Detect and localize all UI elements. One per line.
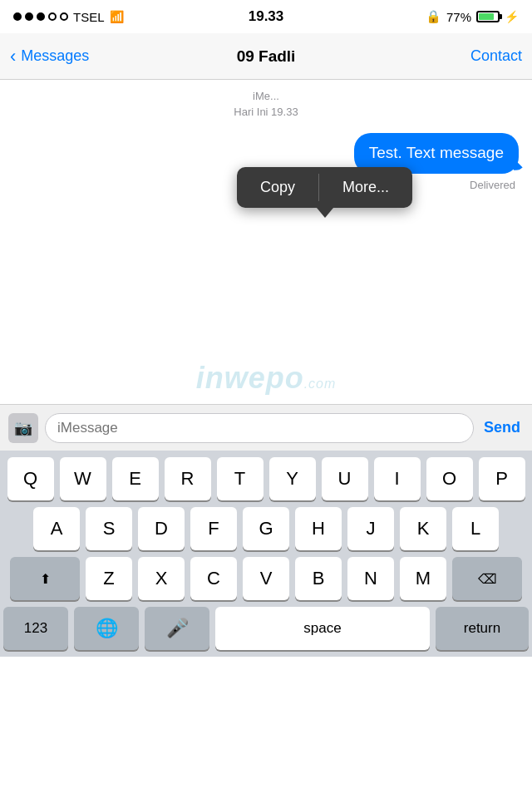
chevron-left-icon: ‹ <box>10 46 16 67</box>
return-key[interactable]: return <box>436 607 529 650</box>
keyboard-row-1: Q W E R T Y U I O P <box>3 457 529 500</box>
watermark-text: inwepo <box>196 361 304 395</box>
key-m[interactable]: M <box>400 557 446 600</box>
space-key[interactable]: space <box>215 607 430 650</box>
key-w[interactable]: W <box>60 457 106 500</box>
battery-box <box>476 11 500 22</box>
status-time: 19.33 <box>249 8 284 25</box>
back-button[interactable]: ‹ Messages <box>10 46 89 67</box>
key-d[interactable]: D <box>138 507 185 550</box>
camera-icon: 📷 <box>14 419 32 437</box>
watermark-sub: .com <box>304 377 337 391</box>
key-y[interactable]: Y <box>269 457 316 500</box>
key-x[interactable]: X <box>138 557 185 600</box>
dot4 <box>48 12 57 21</box>
dot5 <box>60 12 68 21</box>
key-a[interactable]: A <box>33 507 80 550</box>
charging-icon: ⚡ <box>505 10 519 23</box>
watermark: inwepo.com <box>196 361 337 396</box>
key-u[interactable]: U <box>322 457 368 500</box>
status-bar: TSEL 📶 19.33 🔒 77% ⚡ <box>0 0 532 33</box>
signal-dots <box>13 12 68 21</box>
key-r[interactable]: R <box>165 457 211 500</box>
status-right: 🔒 77% ⚡ <box>426 9 519 24</box>
delete-icon: ⌫ <box>478 571 497 587</box>
key-l[interactable]: L <box>452 507 499 550</box>
key-v[interactable]: V <box>243 557 289 600</box>
battery-percent: 77% <box>446 10 471 24</box>
key-o[interactable]: O <box>426 457 473 500</box>
key-z[interactable]: Z <box>86 557 132 600</box>
input-bar: 📷 Send <box>0 404 532 451</box>
key-h[interactable]: H <box>295 507 342 550</box>
keyboard-row-2: A S D F G H J K L <box>3 507 529 550</box>
key-q[interactable]: Q <box>7 457 54 500</box>
lock-icon: 🔒 <box>426 9 441 24</box>
dot3 <box>37 12 45 21</box>
globe-icon: 🌐 <box>96 618 118 639</box>
battery-fill <box>479 13 494 20</box>
num-key[interactable]: 123 <box>3 607 68 650</box>
key-i[interactable]: I <box>374 457 421 500</box>
message-input[interactable] <box>45 413 474 443</box>
key-b[interactable]: B <box>295 557 342 600</box>
context-menu: Copy More... <box>237 167 412 208</box>
shift-key[interactable]: ⬆ <box>10 557 80 600</box>
key-f[interactable]: F <box>190 507 237 550</box>
conversation-title: 09 Fadli <box>237 47 296 66</box>
dot2 <box>25 12 33 21</box>
status-left: TSEL 📶 <box>13 10 124 24</box>
key-k[interactable]: K <box>400 507 446 550</box>
key-s[interactable]: S <box>86 507 132 550</box>
globe-key[interactable]: 🌐 <box>74 607 139 650</box>
dot1 <box>13 12 22 21</box>
carrier-label: TSEL <box>73 10 105 24</box>
key-n[interactable]: N <box>347 557 394 600</box>
contact-button[interactable]: Contact <box>470 47 522 65</box>
nav-bar: ‹ Messages 09 Fadli Contact <box>0 33 532 80</box>
key-e[interactable]: E <box>112 457 159 500</box>
keyboard-row-4: 123 🌐 🎤 space return <box>3 607 529 650</box>
keyboard: Q W E R T Y U I O P A S D F G H J K L ⬆ … <box>0 451 532 657</box>
message-area: Copy More... iMe... Hari Ini 19.33 Test.… <box>0 80 532 404</box>
more-button[interactable]: More... <box>319 167 412 208</box>
key-p[interactable]: P <box>479 457 525 500</box>
mic-key[interactable]: 🎤 <box>145 607 209 650</box>
date-header-text: iMe... <box>253 90 279 102</box>
battery-icon <box>476 11 500 22</box>
key-g[interactable]: G <box>243 507 289 550</box>
send-button[interactable]: Send <box>480 419 524 436</box>
copy-button[interactable]: Copy <box>237 167 318 208</box>
key-t[interactable]: T <box>217 457 264 500</box>
back-label: Messages <box>21 47 89 65</box>
key-c[interactable]: C <box>190 557 237 600</box>
keyboard-row-3: ⬆ Z X C V B N M ⌫ <box>3 557 529 600</box>
date-sub: Hari Ini 19.33 <box>0 106 532 118</box>
camera-button[interactable]: 📷 <box>8 413 38 443</box>
mic-icon: 🎤 <box>166 618 189 639</box>
wifi-icon: 📶 <box>110 10 124 23</box>
key-j[interactable]: J <box>347 507 394 550</box>
bubble-text: Test. Text message <box>369 144 504 161</box>
delete-key[interactable]: ⌫ <box>452 557 522 600</box>
shift-icon: ⬆ <box>40 571 51 587</box>
date-header: iMe... <box>0 80 532 106</box>
